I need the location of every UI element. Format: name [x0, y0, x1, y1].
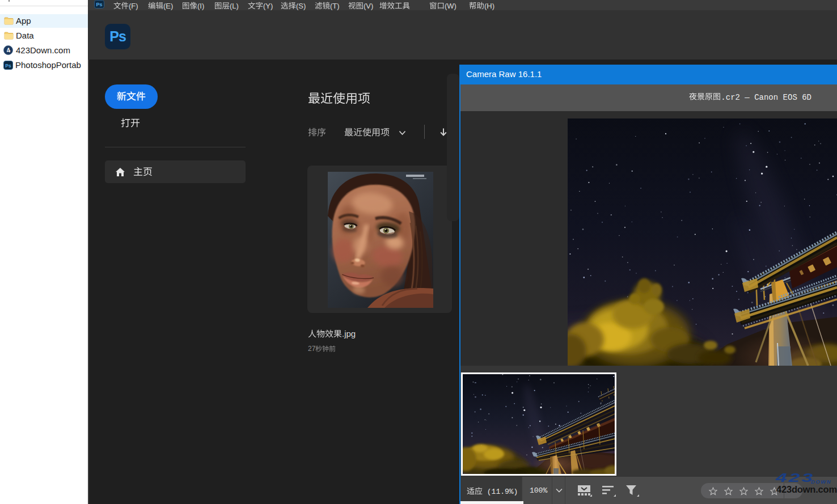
- svg-text:Ps: Ps: [96, 2, 102, 7]
- svg-text:Ps: Ps: [5, 63, 11, 69]
